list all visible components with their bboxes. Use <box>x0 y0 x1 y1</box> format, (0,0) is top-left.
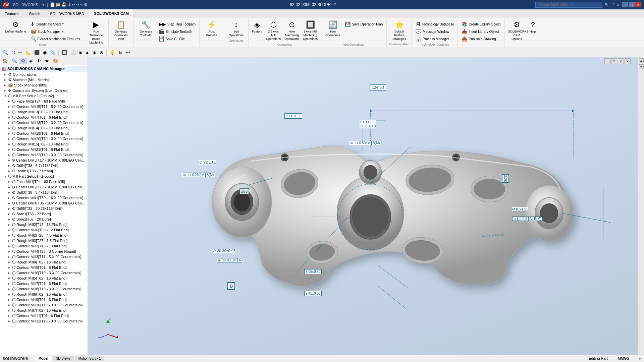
tree-item[interactable]: ▶⚙Configurations <box>0 72 88 77</box>
help-button[interactable]: ? Help <box>528 19 538 35</box>
tree-item[interactable]: ▶⬡Face Mill2[T24 - 63 Face Mill] <box>0 99 88 104</box>
tb-measure-icon[interactable]: 📐 <box>24 49 32 56</box>
tab-sketch[interactable]: Sketch <box>24 9 45 18</box>
tree-item[interactable]: ▶⊙Ream1[T39 - 7 Ream] <box>0 168 88 174</box>
process-manager-button[interactable]: 📊 Process Manager <box>414 36 455 42</box>
minimize-button[interactable]: − <box>622 2 628 7</box>
tree-item[interactable]: ▶⊙Drill3[T38 - 8.4x118° Drill] <box>0 190 88 195</box>
panel-tab-display[interactable]: 👁 <box>35 58 43 64</box>
tb-edit-icon[interactable]: ✏ <box>17 49 23 56</box>
cad-viewport[interactable]: 62-02-9000-02 <box>88 57 638 355</box>
search-input[interactable] <box>535 2 602 8</box>
tb-clip-icon[interactable]: 📎 <box>49 49 57 56</box>
redo-icon[interactable]: ↪ <box>76 2 79 7</box>
tree-item[interactable]: ▶⊙Bore2[T37 - 20 Bore] <box>0 217 88 222</box>
publish-edrawing-button[interactable]: 📤 Publish e-Drawing <box>460 36 502 42</box>
tree-item[interactable]: ▶⬡Contour Mill4[T23 - 3 Corner Round] <box>0 249 88 254</box>
search-icon[interactable]: 🔍 <box>604 3 609 7</box>
tab-solidworks-mbd[interactable]: SOLIDWORKS MBD <box>45 9 89 18</box>
tree-item[interactable]: ▶⬡Contour Mill7[T01 - 6 Flat End] <box>0 281 88 286</box>
tree-item[interactable]: ▶⊙Center Drill2[T17 - 10MM X 90DEG Cente… <box>0 184 88 190</box>
tab-solidworks-cam[interactable]: SOLIDWORKS CAM <box>89 9 134 18</box>
tb-fill-icon[interactable]: ■ <box>78 49 83 56</box>
tb-diamond-icon[interactable]: ◈ <box>92 49 98 56</box>
sort-operations-button[interactable]: ↕ Sort Operations <box>226 19 246 38</box>
rp-btn1[interactable]: ▲ <box>639 58 644 63</box>
stock-manager-button[interactable]: 📦 Stock Manager ▼ <box>29 28 82 35</box>
post-process-button[interactable]: ⚡ Post Process <box>202 19 222 38</box>
tree-item[interactable]: ▶✛Coordinate System [User Defined] <box>0 88 88 93</box>
tb-more-icon[interactable]: ••• <box>125 50 131 55</box>
tree-item[interactable]: ▶⊙Center Drill3[T17 - 10MM X 90DEG Cente… <box>0 158 88 163</box>
create-library-button[interactable]: 📚 Create Library Object <box>460 21 502 27</box>
tree-item[interactable]: ▶⬡Contour Mill10[T19 - 3 X 90 Countersin… <box>0 302 88 308</box>
tab-model[interactable]: Model <box>35 356 52 361</box>
tree-item[interactable]: ▶⬡Contour Mill18[T19 - 3 X 90 Countersin… <box>0 120 88 125</box>
view-fit-button[interactable]: ⬜ <box>604 58 610 64</box>
tree-item[interactable]: ▶⚙Machine [Mill - Metric] <box>0 77 88 82</box>
tree-item[interactable]: ▶⬡Rough Mill13[T02 - 10 Flat End] <box>0 109 88 115</box>
menu-arrow[interactable]: ▼ <box>42 3 45 7</box>
tree-item[interactable]: ▶⬡Rough Mill6[T02 - 10 Flat End] <box>0 292 88 297</box>
tree-item[interactable]: ▶⬡Contour Mill22[T19 - 3 X 90 Countersin… <box>0 152 88 158</box>
tree-item[interactable]: ▶⬡Rough Mill7[T02 - 10 Flat End] <box>0 308 88 313</box>
panel-tab-appearance[interactable]: 🎨 <box>51 58 60 64</box>
tab-features[interactable]: Features <box>0 9 24 18</box>
tb-square-icon[interactable]: ⬛ <box>33 49 41 56</box>
tree-item[interactable]: ▶⬡Rough Mill3[T27 - 1.5 Flat End] <box>0 238 88 243</box>
print-icon[interactable]: 🖨 <box>67 2 71 7</box>
tb-view2-icon[interactable]: ⬜ <box>69 49 77 56</box>
tb-light-icon[interactable]: 💡 <box>108 49 116 56</box>
tree-item[interactable]: ▶⬡Rough Mill4[T02 - 10 Flat End] <box>0 259 88 265</box>
panel-tab-custom[interactable]: ★ <box>43 58 51 64</box>
turn-operations-button[interactable]: 🔄 Turn Operations <box>323 19 342 38</box>
simulate-toolpath-button[interactable]: 🎬 Simulate Toolpath <box>157 28 197 35</box>
view-normal-button[interactable]: □ <box>611 58 617 64</box>
tree-item[interactable]: ▶⊙Countersink1[T30 - 16 X 90 Countersink… <box>0 195 88 200</box>
tree-item[interactable]: ▶⊙Bore1[T36 - 22 Bore] <box>0 211 88 217</box>
insert-library-button[interactable]: 📥 Insert Library Object <box>460 28 502 35</box>
tree-item[interactable]: ▶⬡Contour Mill19[T01 - 6 Flat End] <box>0 131 88 136</box>
tree-item[interactable]: ▶⬡Contour Mill15[T11 - 5 X 90 Countersin… <box>0 104 88 109</box>
tree-item[interactable]: ▶⬡Contour Mill12[T19 - 3 X 90 Countersin… <box>0 318 88 324</box>
tree-root[interactable]: 🏭 SOLIDWORKS CAM NC Manager <box>0 66 88 72</box>
default-strategies-button[interactable]: ⭐ Default Feature Strategies <box>389 19 410 42</box>
panel-tab-config[interactable]: ⚙ <box>19 58 27 64</box>
undo-icon[interactable]: ↩ <box>72 2 75 7</box>
tab-motion-study[interactable]: Motion Study 1 <box>75 356 105 361</box>
panel-tab-home[interactable]: 🏠 <box>1 58 9 64</box>
tree-item[interactable]: ▶📦Stock Manager[005] <box>0 82 88 88</box>
tree-item[interactable]: ▶⬡Contour Mill3[T13 - 1 Flat End] <box>0 243 88 249</box>
tb-hex-icon[interactable]: ⬡ <box>10 49 16 56</box>
save-cl-button[interactable]: 💾 Save CL File <box>157 36 197 42</box>
open-icon[interactable]: 📂 <box>56 2 61 7</box>
view-expand-button[interactable]: ⤢ <box>618 58 624 64</box>
tb-circle-icon[interactable]: ◉ <box>42 49 48 56</box>
tree-item[interactable]: ▶⬡Contour Mill6[T19 - 3 X 90 Countersink… <box>0 270 88 276</box>
tree-item[interactable]: ▶⬡Rough Mill14[T02 - 10 Flat End] <box>0 125 88 131</box>
tree-item[interactable]: ▶⬡Contour Mill6[T03 - 12 Flat End] <box>0 227 88 233</box>
panel-tab-feature[interactable]: ◈ <box>28 58 34 64</box>
view-close-button[interactable]: ✕ <box>625 58 631 64</box>
tree-item[interactable]: ▶⬡Contour Mill21[T01 - 6 Flat End] <box>0 147 88 152</box>
cam-options-button[interactable]: ⚙ SOLIDWORKS CAM Options <box>507 19 527 42</box>
define-machine-button[interactable]: ⚙ Define Machine <box>3 19 28 35</box>
extract-features-button[interactable]: 🔍 Extract Machinable Features <box>29 36 82 42</box>
save-opplan-button[interactable]: 💾 Save Operation Plan <box>343 21 384 27</box>
tech-database-button[interactable]: 🗄 Technology Database <box>414 21 455 27</box>
tree-item[interactable]: ▶⬡Contour Mill11[T01 - 6 Flat End] <box>0 313 88 318</box>
3-axis-button[interactable]: 🔲 3 Axis Mill Machining Operations <box>302 19 319 42</box>
tree-item[interactable]: ▶⬡Contour Mill5[T01 - 6 Flat End] <box>0 265 88 270</box>
tree-item[interactable]: ▶⬡Rough Mill15[T02 - 10 Flat End] <box>0 141 88 147</box>
tree-item[interactable]: ▶⊙Drill5[T31 - 20.25x118° Drill] <box>0 206 88 211</box>
tb-search-icon[interactable]: 🔍 <box>1 49 9 56</box>
restore-button[interactable]: □ <box>629 2 635 7</box>
tb-tri-icon[interactable]: ▲ <box>84 49 91 56</box>
close-button[interactable]: ✕ <box>635 2 641 7</box>
tree-item[interactable]: ▶⬡Contour Mill9[T01 - 6 Flat End] <box>0 297 88 302</box>
tree-item[interactable]: ▶⊙Center Drill4[T35 - 20MM X 90DEG Cente… <box>0 200 88 206</box>
tree-item[interactable]: ▶⬡Face Mill1[T24 - 63 Face Mill] <box>0 179 88 184</box>
tree-item[interactable]: ▼⬡Mill Part Setup2 [Group2] <box>0 93 88 99</box>
feature-button[interactable]: ◈ Feature <box>251 19 264 35</box>
tab-3d-views[interactable]: 3D Views <box>53 356 74 361</box>
